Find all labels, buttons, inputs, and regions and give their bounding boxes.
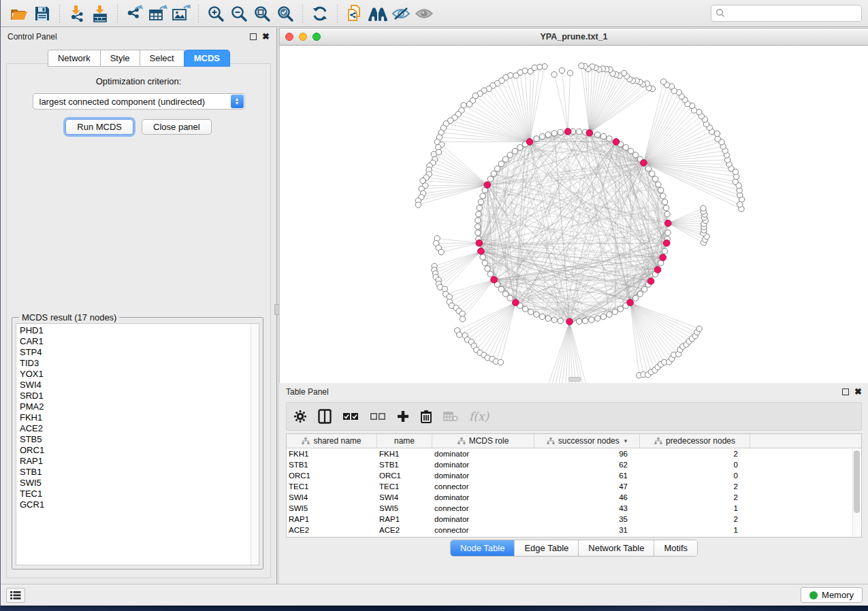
cell-successor_nodes: 29	[534, 537, 640, 538]
mcds-result-title: MCDS result (17 nodes)	[19, 312, 119, 323]
import-network-file-button[interactable]	[65, 3, 89, 24]
table-row-STB1[interactable]: STB1STB1dominator620	[287, 459, 861, 470]
column-layout-button[interactable]	[318, 408, 332, 425]
delete-column-button[interactable]	[420, 408, 432, 425]
table-row-YOX1[interactable]: YOX1YOX1connector291	[287, 535, 861, 538]
mcds-result-item[interactable]: SRD1	[20, 391, 259, 401]
table-row-SWI5[interactable]: SWI5SWI5connector431	[287, 503, 861, 514]
zoom-fit-button[interactable]	[251, 3, 274, 24]
table-panel-title: Table Panel	[286, 387, 329, 397]
mcds-result-item[interactable]: CAR1	[20, 336, 259, 347]
cell-name: TEC1	[377, 482, 432, 491]
refresh-view-button[interactable]	[308, 3, 332, 24]
mcds-result-item[interactable]: PHD1	[20, 325, 259, 336]
zoom-in-button[interactable]	[204, 3, 227, 24]
first-neighbors-button[interactable]	[366, 3, 389, 24]
tab-motifs[interactable]: Motifs	[654, 540, 697, 556]
column-header-shared-name[interactable]: shared name	[287, 434, 377, 448]
mcds-result-item[interactable]: SWI5	[20, 478, 259, 489]
mcds-result-item[interactable]: STB1	[20, 467, 259, 478]
cell-shared_name: RAP1	[287, 515, 377, 523]
tab-edge-table[interactable]: Edge Table	[515, 540, 579, 556]
network-scroll-grip[interactable]	[568, 377, 581, 382]
table-row-ORC1[interactable]: ORC1ORC1dominator610	[287, 470, 861, 481]
column-header-MCDS-role[interactable]: MCDS role	[432, 434, 534, 448]
add-column-button[interactable]	[397, 408, 409, 425]
float-table-panel-icon[interactable]	[842, 389, 849, 395]
table-scrollbar-thumb[interactable]	[854, 450, 860, 513]
mcds-result-item[interactable]: STP4	[20, 347, 259, 358]
export-image-icon	[172, 5, 191, 22]
tab-node-table[interactable]: Node Table	[451, 540, 515, 556]
tab-network-table[interactable]: Network Table	[579, 540, 654, 556]
memory-button[interactable]: Memory	[801, 587, 863, 603]
table-row-TEC1[interactable]: TEC1TEC1connector472	[287, 481, 861, 492]
cell-name: SWI5	[377, 504, 432, 512]
show-all-button[interactable]	[413, 3, 436, 24]
run-mcds-button[interactable]: Run MCDS	[65, 119, 133, 135]
column-header-successor-nodes[interactable]: successor nodes▾	[534, 434, 640, 448]
search-icon	[716, 8, 725, 20]
tab-network[interactable]: Network	[48, 50, 101, 67]
mcds-result-item[interactable]: TID3	[20, 358, 259, 369]
mcds-list-scrollbar[interactable]	[251, 324, 259, 565]
control-panel: Control Panel ✖ NetworkStyleSelectMCDS O…	[1, 28, 276, 584]
export-table-button[interactable]	[146, 3, 170, 24]
open-session-button[interactable]	[7, 3, 31, 24]
network-graph-canvas[interactable]	[279, 46, 868, 383]
cell-successor_nodes: 62	[534, 461, 640, 469]
memory-label: Memory	[822, 590, 854, 600]
mcds-result-item[interactable]: RAP1	[20, 456, 259, 467]
tab-mcds[interactable]: MCDS	[184, 50, 230, 67]
mcds-result-list[interactable]: PHD1CAR1STP4TID3YOX1SWI4SRD1PMA2FKH1ACE2…	[16, 323, 259, 565]
cell-predecessor_nodes: 0	[640, 461, 750, 469]
window-minimize-icon[interactable]	[299, 33, 307, 41]
hide-selected-button[interactable]	[389, 3, 413, 24]
deselect-checkboxes-button[interactable]	[370, 408, 386, 425]
mcds-result-item[interactable]: TEC1	[20, 489, 259, 499]
select-all-checkboxes-button[interactable]	[342, 408, 359, 425]
save-session-button[interactable]	[31, 3, 54, 24]
cell-name: SWI4	[377, 493, 432, 501]
tab-style[interactable]: Style	[100, 50, 140, 67]
toolbar-group	[7, 3, 54, 24]
export-network-button[interactable]	[123, 3, 146, 24]
optimization-criterion-select[interactable]: largest connected component (undirected)…	[33, 93, 245, 110]
column-header-predecessor-nodes[interactable]: predecessor nodes	[640, 434, 750, 448]
mcds-tab-content: Optimization criterion: largest connecte…	[6, 63, 271, 578]
save-session-icon	[34, 5, 50, 22]
mcds-result-item[interactable]: STB5	[20, 434, 259, 445]
close-panel-button[interactable]: Close panel	[142, 119, 212, 135]
table-row-RAP1[interactable]: RAP1RAP1dominator352	[287, 514, 861, 525]
close-panel-icon[interactable]: ✖	[262, 33, 270, 40]
mcds-result-item[interactable]: SWI4	[20, 380, 259, 391]
window-close-icon[interactable]	[285, 33, 293, 41]
mcds-result-item[interactable]: PMA2	[20, 401, 259, 412]
clone-network-button[interactable]	[343, 3, 366, 24]
tab-select[interactable]: Select	[140, 50, 184, 67]
table-row-FKH1[interactable]: FKH1FKH1dominator962	[287, 448, 861, 459]
export-image-button[interactable]	[170, 3, 193, 24]
table-scrollbar[interactable]	[852, 449, 861, 536]
mcds-result-item[interactable]: GCR1	[20, 499, 259, 510]
mcds-result-item[interactable]: ACE2	[20, 423, 259, 434]
cell-predecessor_nodes: 2	[640, 482, 750, 491]
float-panel-icon[interactable]	[250, 33, 257, 40]
import-table-file-button[interactable]	[89, 3, 112, 24]
close-table-panel-icon[interactable]: ✖	[854, 389, 862, 395]
cell-mcds_role: dominator	[432, 515, 534, 523]
window-zoom-icon[interactable]	[312, 33, 321, 41]
zoom-out-button[interactable]	[227, 3, 251, 24]
mcds-result-item[interactable]: YOX1	[20, 369, 259, 380]
settings-gear-button[interactable]	[293, 408, 307, 425]
mcds-result-item[interactable]: FKH1	[20, 412, 259, 423]
search-input[interactable]	[711, 5, 862, 22]
cell-mcds_role: dominator	[432, 493, 534, 501]
mcds-result-item[interactable]: ORC1	[20, 445, 259, 456]
zoom-selected-button[interactable]	[274, 3, 297, 24]
table-row-SWI4[interactable]: SWI4SWI4dominator462	[287, 492, 861, 503]
column-header-name[interactable]: name	[377, 434, 432, 448]
table-row-ACE2[interactable]: ACE2ACE2connector311	[287, 525, 861, 535]
task-history-button[interactable]	[6, 588, 25, 603]
cell-mcds_role: connector	[432, 526, 534, 534]
